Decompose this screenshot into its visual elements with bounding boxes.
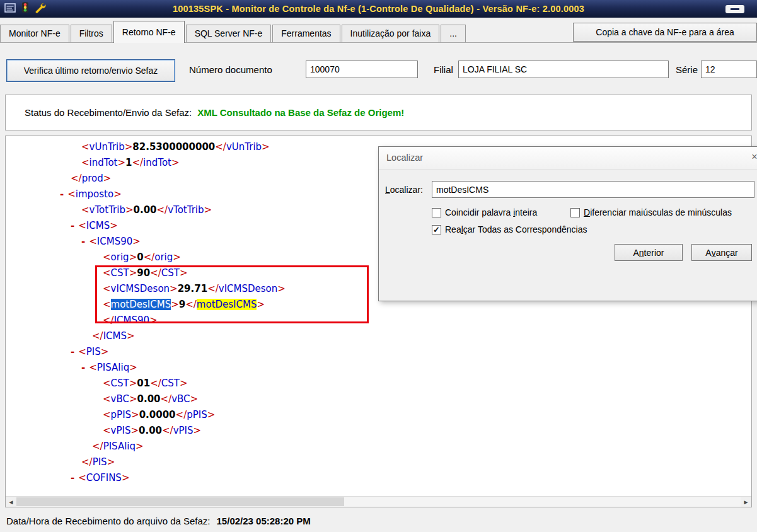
series-input[interactable] [701,61,757,78]
find-field-label: Localizar: [385,185,423,195]
checkbox-match-case-label: Diferenciar maiúsculas de minúsculas [584,207,732,217]
xml-line: </ICMS90> [6,313,751,328]
sefaz-status-panel: Status do Recebimento/Envio da Sefaz: XM… [5,95,752,130]
tab-retorno-nf-e[interactable]: Retorno NF-e [113,21,185,43]
tab-ferramentas[interactable]: Ferramentas [272,25,340,42]
horizontal-scrollbar[interactable]: ◄ ► [6,496,751,507]
title-bar-icons [0,2,47,16]
collapse-toggle-icon[interactable]: - [71,346,78,357]
checkbox-match-case-box[interactable] [570,208,580,217]
checkbox-match-case[interactable]: Diferenciar maiúsculas de minúsculas [570,207,732,217]
xml-line: </ICMS> [6,328,751,344]
checkbox-whole-word-box[interactable] [432,208,441,217]
tab-monitor-nf-e[interactable]: Monitor NF-e [0,25,69,42]
collapse-toggle-icon[interactable]: - [81,362,89,373]
xml-line: -<PISAliq> [6,360,751,376]
window-title: 100135SPK - Monitor de Controle da Nf-e … [0,4,757,14]
tab-sql-server-nf-e[interactable]: SQL Server NF-e [186,25,272,42]
receive-datetime-label: Data/Hora de Recebimento do arquivo da S… [6,516,211,526]
scroll-thumb[interactable] [16,497,344,506]
scroll-right-button[interactable]: ► [741,497,751,507]
checkbox-whole-word[interactable]: Coincidir palavra inteira [432,207,537,217]
copy-nfe-key-button[interactable]: Copia a chave da NF-e para a área [573,23,757,42]
form-icon[interactable] [4,3,16,15]
checkbox-whole-word-label: Coincidir palavra inteira [445,207,537,217]
collapse-toggle-icon[interactable]: - [60,188,67,200]
collapse-toggle-icon[interactable]: - [81,236,89,247]
status-value: XML Consultado na Base da Sefaz de Orige… [197,107,404,118]
receive-datetime-row: Data/Hora de Recebimento do arquivo da S… [6,516,311,526]
tab-filtros[interactable]: Filtros [71,25,112,42]
collapse-toggle-icon[interactable]: - [71,220,78,231]
close-icon[interactable]: × [748,151,757,163]
find-input[interactable] [432,181,754,198]
xml-line: -<COFINS> [6,470,751,486]
document-number-input[interactable] [306,61,418,78]
verify-last-return-button[interactable]: Verifica último retorno/envio Sefaz [6,59,175,82]
find-dialog: Localizar × Localizar: Coincidir palavra… [378,146,757,301]
xml-line: <CST>01</CST> [6,376,751,391]
collapse-toggle-icon[interactable]: - [71,472,78,483]
previous-button[interactable]: Anterior [615,244,683,261]
series-label: Série [676,64,698,75]
wrench-icon[interactable] [35,3,47,16]
traffic-light-icon[interactable] [21,2,29,16]
minimize-button[interactable] [725,5,744,13]
next-button[interactable]: Avançar [691,244,752,261]
document-number-label: Número documento [189,64,272,75]
receive-datetime-value: 15/02/23 05:28:20 PM [217,516,311,526]
application-window: 100135SPK - Monitor de Controle da Nf-e … [0,0,757,532]
checkbox-highlight-all-label: Realçar Todas as Correspondências [445,224,587,234]
find-dialog-title: Localizar [386,153,423,163]
checkbox-highlight-all-box[interactable] [432,225,441,234]
xml-line: </PIS> [6,454,751,470]
xml-line: <vPIS>0.00</vPIS> [6,423,751,439]
tab-inutiliza-o-por-faixa[interactable]: Inutilização por faixa [342,25,440,42]
tab-[interactable]: ... [441,25,466,42]
xml-line: <pPIS>0.0000</pPIS> [6,407,751,423]
find-dialog-titlebar[interactable]: Localizar × [379,147,757,170]
minimize-icon [731,8,739,10]
scroll-left-button[interactable]: ◄ [6,497,16,507]
branch-input[interactable] [458,61,669,78]
branch-label: Filial [434,64,453,75]
xml-line: </PISAliq> [6,439,751,454]
checkbox-highlight-all[interactable]: Realçar Todas as Correspondências [432,224,587,234]
title-bar[interactable]: 100135SPK - Monitor de Controle da Nf-e … [0,0,757,18]
xml-line: <vBC>0.00</vBC> [6,391,751,407]
xml-line: -<PIS> [6,344,751,360]
status-label: Status do Recebimento/Envio da Sefaz: [25,107,192,118]
